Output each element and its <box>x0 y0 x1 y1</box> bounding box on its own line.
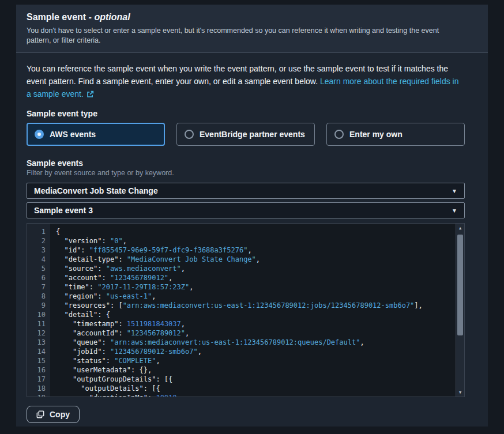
scrollbar-track[interactable] <box>456 232 464 388</box>
event-source-select-value: MediaConvert Job State Change <box>34 186 158 195</box>
sample-event-editor[interactable]: 12345678910111213141516171819 { "version… <box>27 223 465 397</box>
tile-aws-events[interactable]: AWS events <box>27 123 165 146</box>
external-link-icon[interactable] <box>86 89 94 101</box>
scrollbar-thumb[interactable] <box>457 235 463 335</box>
sample-events-hint: Filter by event source and type or by ke… <box>27 169 465 177</box>
tile-label: EventBridge partner events <box>200 130 305 139</box>
tile-label: AWS events <box>50 130 96 139</box>
sample-event-select-value: Sample event 3 <box>34 206 93 215</box>
event-source-select[interactable]: MediaConvert Job State Change ▼ <box>27 183 465 199</box>
tile-enter-my-own[interactable]: Enter my own <box>326 123 465 146</box>
copy-button-label: Copy <box>50 410 70 419</box>
tile-eventbridge-partner-events[interactable]: EventBridge partner events <box>176 123 315 146</box>
sample-events-label: Sample events <box>27 158 465 168</box>
sample-event-select[interactable]: Sample event 3 ▼ <box>27 202 465 218</box>
scroll-up-icon[interactable]: ▲ <box>456 224 464 232</box>
editor-line-numbers: 12345678910111213141516171819 <box>27 224 50 397</box>
panel-header: Sample event - optional You don't have t… <box>16 5 488 53</box>
intro-text: You can reference the sample event when … <box>27 62 465 101</box>
radio-icon <box>35 130 44 139</box>
page-title-optional: - optional <box>89 12 130 22</box>
tile-label: Enter my own <box>349 130 403 139</box>
copy-icon <box>36 410 44 418</box>
sample-event-type-label: Sample event type <box>27 109 465 118</box>
chevron-down-icon: ▼ <box>452 207 457 214</box>
panel-body: You can reference the sample event when … <box>16 53 488 423</box>
sample-event-type-tiles: AWS events EventBridge partner events En… <box>27 123 465 146</box>
radio-icon <box>185 130 194 139</box>
page-title-text: Sample event <box>27 12 89 22</box>
header-description: You don't have to select or enter a samp… <box>27 26 465 46</box>
radio-icon <box>334 130 344 139</box>
editor-code[interactable]: { "version": "0", "id": "ff855457-96e9-5… <box>50 224 464 397</box>
page-title: Sample event - optional <box>27 12 465 22</box>
chevron-down-icon: ▼ <box>452 188 457 194</box>
sample-event-panel: Sample event - optional You don't have t… <box>16 5 488 427</box>
copy-button[interactable]: Copy <box>27 406 80 423</box>
scroll-down-icon[interactable]: ▼ <box>456 388 464 397</box>
editor-scrollbar[interactable]: ▲ ▼ <box>456 224 464 397</box>
